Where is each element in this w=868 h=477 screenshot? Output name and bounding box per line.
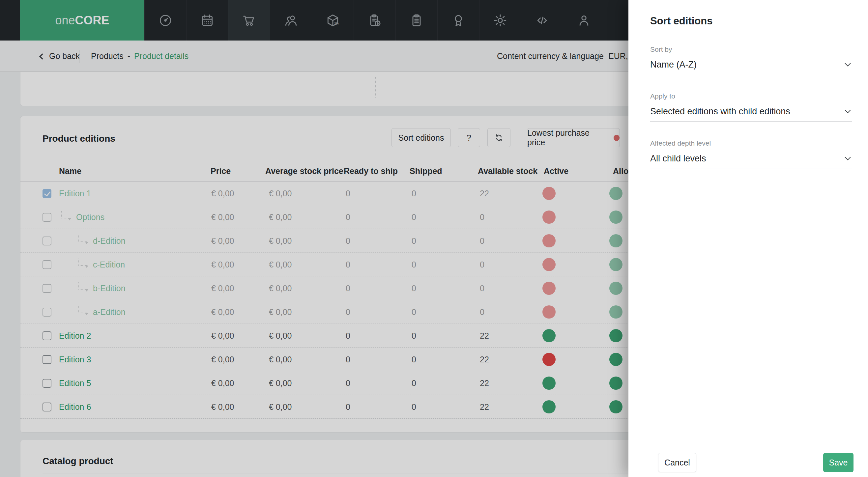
sort-by-label: Sort by — [650, 45, 852, 53]
affected-depth-level-label: Affected depth level — [650, 139, 852, 147]
affected-depth-level-value: All child levels — [650, 152, 852, 165]
drawer-title: Sort editions — [650, 15, 712, 27]
apply-to-field: Apply to Selected editions with child ed… — [650, 92, 852, 122]
save-button[interactable]: Save — [823, 453, 854, 472]
apply-to-select[interactable]: Selected editions with child editions — [650, 105, 852, 122]
apply-to-value: Selected editions with child editions — [650, 105, 852, 118]
sort-by-select[interactable]: Name (A-Z) — [650, 58, 852, 75]
apply-to-label: Apply to — [650, 92, 852, 100]
sort-editions-drawer: Sort editions Sort by Name (A-Z) Apply t… — [628, 0, 868, 477]
app-root: oneCORE 3D Go back Products - Product de… — [0, 0, 868, 477]
sort-by-value: Name (A-Z) — [650, 58, 852, 71]
affected-depth-level-field: Affected depth level All child levels — [650, 139, 852, 169]
sort-by-field: Sort by Name (A-Z) — [650, 45, 852, 75]
cancel-button[interactable]: Cancel — [658, 453, 696, 472]
affected-depth-level-select[interactable]: All child levels — [650, 152, 852, 169]
